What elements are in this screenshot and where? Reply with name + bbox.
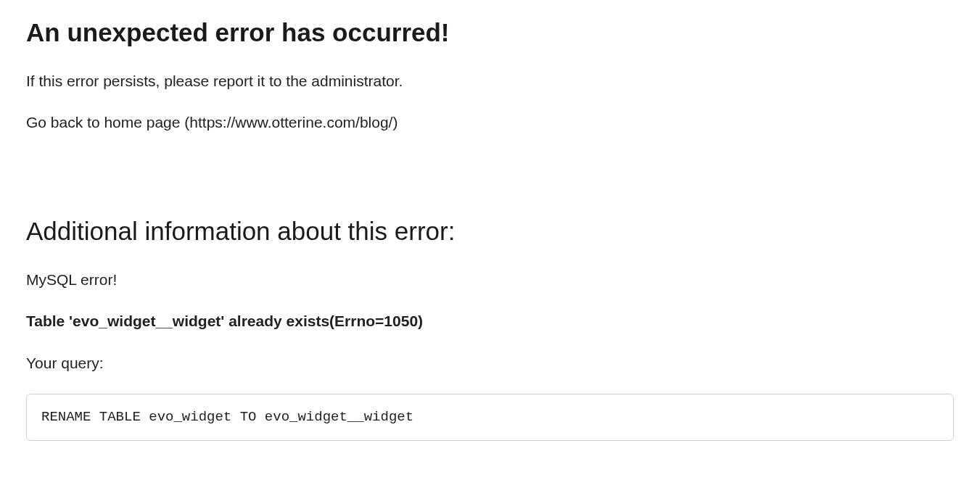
go-back-prefix: Go back to [26,114,104,131]
go-back-url: (https://www.otterine.com/blog/) [180,114,398,131]
query-text: RENAME TABLE evo_widget TO evo_widget__w… [26,394,954,441]
db-error-detail: Table 'evo_widget__widget' already exist… [26,310,954,331]
additional-info-heading: Additional information about this error: [26,213,954,249]
query-label: Your query: [26,352,954,373]
home-page-link[interactable]: home page [104,114,180,131]
error-persist-message: If this error persists, please report it… [26,70,954,91]
go-back-line: Go back to home page (https://www.otteri… [26,112,954,133]
error-title: An unexpected error has occurred! [26,15,954,50]
db-error-label: MySQL error! [26,269,954,290]
